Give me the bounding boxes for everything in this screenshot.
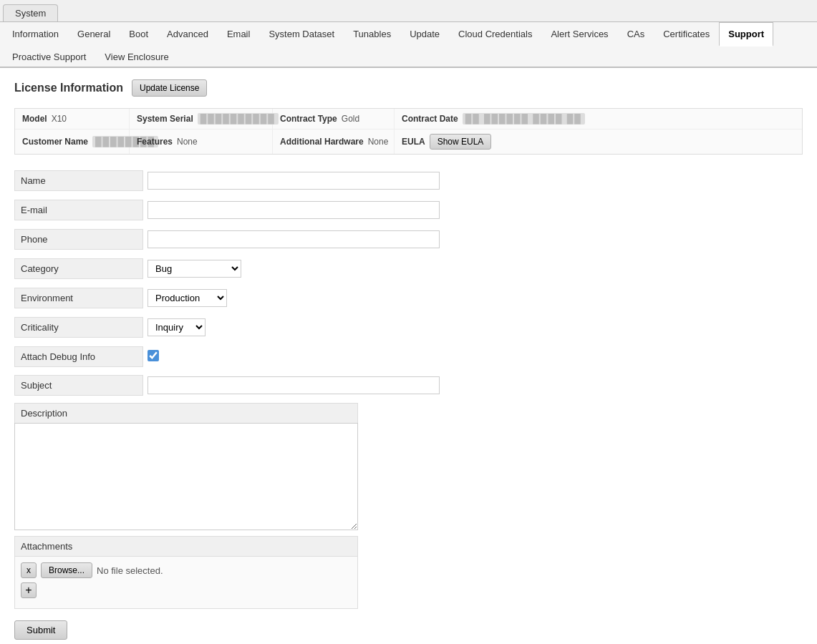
criticality-row: Criticality Inquiry Low Medium High Crit…: [14, 316, 444, 339]
name-control-wrapper: [143, 169, 444, 192]
email-control-wrapper: [143, 198, 444, 222]
contract-type-value: Gold: [342, 114, 359, 124]
subject-label: Subject: [14, 375, 143, 396]
add-attachment-row: +: [21, 582, 352, 598]
tab-update[interactable]: Update: [400, 22, 449, 47]
attachments-label: Attachments: [14, 536, 358, 556]
system-serial-label: System Serial: [137, 114, 193, 124]
phone-input[interactable]: [148, 230, 440, 248]
features-label: Features: [137, 137, 173, 147]
tab-certificates[interactable]: Certificates: [654, 22, 719, 47]
features-cell: Features None: [130, 130, 273, 154]
tab-boot[interactable]: Boot: [120, 22, 158, 47]
contract-date-label: Contract Date: [402, 114, 458, 124]
description-section: Description: [14, 403, 444, 530]
environment-label: Environment: [14, 288, 143, 308]
environment-select-wrapper: Production Staging Development: [148, 289, 440, 307]
subject-control-wrapper: [143, 374, 444, 397]
customer-name-cell: Customer Name ████████: [15, 130, 130, 154]
browse-button[interactable]: Browse...: [41, 562, 92, 578]
eula-cell: EULA Show EULA: [395, 130, 802, 154]
features-value: None: [177, 137, 198, 147]
contract-date-cell: Contract Date ██ ██████ ████ ██: [395, 109, 802, 129]
submit-button[interactable]: Submit: [14, 620, 67, 640]
remove-attachment-button[interactable]: x: [21, 562, 37, 578]
tab-information[interactable]: Information: [3, 22, 68, 47]
subject-row: Subject: [14, 374, 444, 397]
license-title: License Information: [14, 82, 123, 94]
criticality-label: Criticality: [14, 317, 143, 338]
criticality-select[interactable]: Inquiry Low Medium High Critical: [148, 318, 206, 336]
phone-row: Phone: [14, 228, 444, 251]
update-license-button[interactable]: Update License: [132, 79, 207, 97]
name-row: Name: [14, 169, 444, 192]
main-content: License Information Update License Model…: [0, 68, 817, 644]
tab-email[interactable]: Email: [218, 22, 260, 47]
environment-row: Environment Production Staging Developme…: [14, 286, 444, 310]
model-cell: Model X10: [15, 109, 130, 129]
model-label: Model: [22, 114, 47, 124]
tab-general[interactable]: General: [68, 22, 120, 47]
criticality-control-wrapper: Inquiry Low Medium High Critical: [143, 316, 444, 339]
tab-cloud-credentials[interactable]: Cloud Credentials: [449, 22, 541, 47]
phone-label: Phone: [14, 229, 143, 250]
tab-cas[interactable]: CAs: [618, 22, 654, 47]
add-attachment-button[interactable]: +: [21, 582, 37, 598]
email-row: E-mail: [14, 198, 444, 222]
tab-advanced[interactable]: Advanced: [158, 22, 218, 47]
tab-system-dataset[interactable]: System Dataset: [259, 22, 344, 47]
category-select-wrapper: Bug Feature Request Question: [148, 260, 440, 278]
license-row-2: Customer Name ████████ Features None Add…: [15, 130, 802, 154]
additional-hardware-label: Additional Hardware: [280, 137, 364, 147]
environment-select[interactable]: Production Staging Development: [148, 289, 227, 307]
additional-hardware-cell: Additional Hardware None: [273, 130, 395, 154]
window-tab-bar: System: [0, 0, 817, 22]
description-label: Description: [14, 403, 358, 423]
contract-date-value: ██ ██████ ████ ██: [463, 113, 585, 125]
tab-tunables[interactable]: Tunables: [344, 22, 400, 47]
category-control-wrapper: Bug Feature Request Question: [143, 257, 444, 280]
subject-input[interactable]: [148, 376, 440, 394]
category-label: Category: [14, 258, 143, 279]
environment-control-wrapper: Production Staging Development: [143, 286, 444, 310]
license-header: License Information Update License: [14, 79, 803, 97]
criticality-select-wrapper: Inquiry Low Medium High Critical: [148, 318, 440, 336]
customer-name-label: Customer Name: [22, 137, 88, 147]
tab-proactive-support[interactable]: Proactive Support: [3, 45, 95, 68]
category-select[interactable]: Bug Feature Request Question: [148, 260, 241, 278]
attach-debug-label: Attach Debug Info: [14, 346, 143, 367]
attachment-row-1: x Browse... No file selected.: [21, 562, 352, 578]
file-selected-text: No file selected.: [97, 565, 163, 576]
contract-type-cell: Contract Type Gold: [273, 109, 395, 129]
support-form: Name E-mail Phone Category: [14, 169, 444, 640]
eula-label: EULA: [402, 137, 425, 147]
tab-view-enclosure[interactable]: View Enclosure: [95, 45, 178, 68]
email-label: E-mail: [14, 200, 143, 220]
additional-hardware-value: None: [368, 137, 389, 147]
license-info-table: Model X10 System Serial ██████████ Contr…: [14, 108, 803, 155]
tab-alert-services[interactable]: Alert Services: [541, 22, 617, 47]
contract-type-label: Contract Type: [280, 114, 337, 124]
license-row-1: Model X10 System Serial ██████████ Contr…: [15, 109, 802, 130]
phone-control-wrapper: [143, 228, 444, 251]
system-window-tab[interactable]: System: [3, 4, 58, 21]
model-value: X10: [52, 114, 67, 124]
attach-debug-row: Attach Debug Info: [14, 345, 444, 368]
attach-debug-control-wrapper: [143, 347, 444, 366]
category-row: Category Bug Feature Request Question: [14, 257, 444, 280]
system-serial-value: ██████████: [198, 113, 279, 125]
name-input[interactable]: [148, 172, 440, 190]
show-eula-button[interactable]: Show EULA: [430, 134, 492, 150]
system-serial-cell: System Serial ██████████: [130, 109, 273, 129]
attachments-section: Attachments x Browse... No file selected…: [14, 536, 444, 609]
attach-debug-checkbox[interactable]: [148, 350, 159, 361]
nav-tabs: Information General Boot Advanced Email …: [0, 22, 817, 68]
email-input[interactable]: [148, 201, 440, 219]
name-label: Name: [14, 170, 143, 191]
attachments-content: x Browse... No file selected. +: [14, 556, 358, 609]
tab-support[interactable]: Support: [719, 22, 773, 47]
description-textarea[interactable]: [14, 423, 358, 530]
